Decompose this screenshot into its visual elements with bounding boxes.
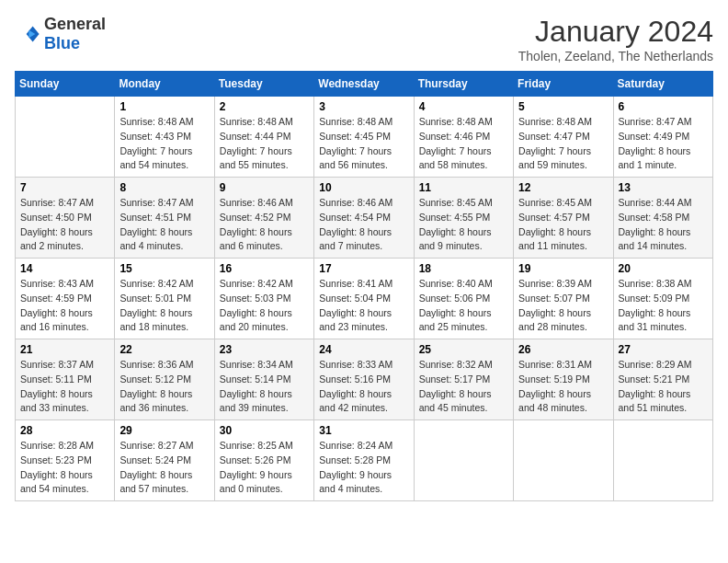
logo-blue: Blue [44,34,106,53]
calendar-week-row: 28Sunrise: 8:28 AMSunset: 5:23 PMDayligh… [16,420,713,501]
day-info: Sunrise: 8:42 AMSunset: 5:03 PMDaylight:… [220,277,309,335]
header-wednesday: Wednesday [314,72,414,97]
day-info: Sunrise: 8:48 AMSunset: 4:44 PMDaylight:… [220,115,309,173]
day-info: Sunrise: 8:48 AMSunset: 4:47 PMDaylight:… [518,115,608,173]
day-info: Sunrise: 8:45 AMSunset: 4:55 PMDaylight:… [419,196,508,254]
day-number: 26 [518,343,608,356]
day-info: Sunrise: 8:43 AMSunset: 4:59 PMDaylight:… [20,277,109,335]
table-row: 29Sunrise: 8:27 AMSunset: 5:24 PMDayligh… [115,420,214,501]
logo: General Blue [15,15,106,53]
day-number: 17 [319,262,408,275]
table-row: 22Sunrise: 8:36 AMSunset: 5:12 PMDayligh… [115,339,214,420]
day-info: Sunrise: 8:25 AMSunset: 5:26 PMDaylight:… [220,439,309,497]
header-monday: Monday [115,72,214,97]
table-row: 31Sunrise: 8:24 AMSunset: 5:28 PMDayligh… [314,420,414,501]
day-number: 20 [619,262,708,275]
header-thursday: Thursday [414,72,513,97]
table-row: 2Sunrise: 8:48 AMSunset: 4:44 PMDaylight… [214,97,313,178]
day-number: 22 [119,343,209,356]
day-info: Sunrise: 8:36 AMSunset: 5:12 PMDaylight:… [119,358,209,416]
logo-general: General [44,15,106,34]
day-number: 8 [119,181,209,194]
day-number: 10 [319,181,408,194]
table-row: 16Sunrise: 8:42 AMSunset: 5:03 PMDayligh… [214,259,313,339]
day-info: Sunrise: 8:37 AMSunset: 5:11 PMDaylight:… [20,358,109,416]
day-info: Sunrise: 8:34 AMSunset: 5:14 PMDaylight:… [220,358,309,416]
logo-icon [15,21,40,47]
day-info: Sunrise: 8:48 AMSunset: 4:46 PMDaylight:… [419,115,508,173]
table-row: 6Sunrise: 8:47 AMSunset: 4:49 PMDaylight… [613,97,712,178]
header-saturday: Saturday [613,72,712,97]
day-info: Sunrise: 8:28 AMSunset: 5:23 PMDaylight:… [20,439,109,497]
day-info: Sunrise: 8:31 AMSunset: 5:19 PMDaylight:… [518,358,608,416]
table-row: 13Sunrise: 8:44 AMSunset: 4:58 PMDayligh… [613,178,712,259]
day-number: 3 [319,100,408,113]
day-info: Sunrise: 8:46 AMSunset: 4:52 PMDaylight:… [220,196,309,254]
day-info: Sunrise: 8:39 AMSunset: 5:07 PMDaylight:… [518,277,608,335]
day-number: 21 [20,343,109,356]
table-row: 23Sunrise: 8:34 AMSunset: 5:14 PMDayligh… [214,339,313,420]
table-row: 3Sunrise: 8:48 AMSunset: 4:45 PMDaylight… [314,97,414,178]
day-info: Sunrise: 8:46 AMSunset: 4:54 PMDaylight:… [319,196,408,254]
day-number: 15 [119,262,209,275]
table-row: 14Sunrise: 8:43 AMSunset: 4:59 PMDayligh… [16,259,115,339]
calendar-week-row: 21Sunrise: 8:37 AMSunset: 5:11 PMDayligh… [16,339,713,420]
table-row: 19Sunrise: 8:39 AMSunset: 5:07 PMDayligh… [514,259,613,339]
table-row: 28Sunrise: 8:28 AMSunset: 5:23 PMDayligh… [16,420,115,501]
day-info: Sunrise: 8:24 AMSunset: 5:28 PMDaylight:… [319,439,408,497]
table-row [514,420,613,501]
table-row: 15Sunrise: 8:42 AMSunset: 5:01 PMDayligh… [115,259,214,339]
day-info: Sunrise: 8:47 AMSunset: 4:50 PMDaylight:… [20,196,109,254]
table-row: 7Sunrise: 8:47 AMSunset: 4:50 PMDaylight… [16,178,115,259]
day-number: 27 [619,343,708,356]
day-number: 30 [220,424,309,437]
table-row: 12Sunrise: 8:45 AMSunset: 4:57 PMDayligh… [514,178,613,259]
day-number: 23 [220,343,309,356]
day-info: Sunrise: 8:42 AMSunset: 5:01 PMDaylight:… [119,277,209,335]
day-number: 6 [619,100,708,113]
day-number: 7 [20,181,109,194]
table-row: 17Sunrise: 8:41 AMSunset: 5:04 PMDayligh… [314,259,414,339]
weekday-header-row: Sunday Monday Tuesday Wednesday Thursday… [16,72,713,97]
table-row: 21Sunrise: 8:37 AMSunset: 5:11 PMDayligh… [16,339,115,420]
day-info: Sunrise: 8:29 AMSunset: 5:21 PMDaylight:… [619,358,708,416]
month-title: January 2024 [518,15,713,49]
day-info: Sunrise: 8:27 AMSunset: 5:24 PMDaylight:… [119,439,209,497]
day-number: 19 [518,262,608,275]
calendar-table: Sunday Monday Tuesday Wednesday Thursday… [15,71,713,501]
day-info: Sunrise: 8:32 AMSunset: 5:17 PMDaylight:… [419,358,508,416]
day-number: 16 [220,262,309,275]
day-number: 14 [20,262,109,275]
day-info: Sunrise: 8:47 AMSunset: 4:51 PMDaylight:… [119,196,209,254]
day-number: 18 [419,262,508,275]
table-row [414,420,513,501]
day-number: 9 [220,181,309,194]
table-row: 20Sunrise: 8:38 AMSunset: 5:09 PMDayligh… [613,259,712,339]
location-title: Tholen, Zeeland, The Netherlands [518,49,713,63]
day-info: Sunrise: 8:47 AMSunset: 4:49 PMDaylight:… [619,115,708,173]
header-sunday: Sunday [16,72,115,97]
day-number: 24 [319,343,408,356]
header-tuesday: Tuesday [214,72,313,97]
day-info: Sunrise: 8:41 AMSunset: 5:04 PMDaylight:… [319,277,408,335]
day-number: 31 [319,424,408,437]
day-number: 25 [419,343,508,356]
day-info: Sunrise: 8:40 AMSunset: 5:06 PMDaylight:… [419,277,508,335]
calendar-week-row: 14Sunrise: 8:43 AMSunset: 4:59 PMDayligh… [16,259,713,339]
table-row: 9Sunrise: 8:46 AMSunset: 4:52 PMDaylight… [214,178,313,259]
day-number: 11 [419,181,508,194]
table-row [613,420,712,501]
day-info: Sunrise: 8:33 AMSunset: 5:16 PMDaylight:… [319,358,408,416]
table-row [16,97,115,178]
table-row: 8Sunrise: 8:47 AMSunset: 4:51 PMDaylight… [115,178,214,259]
day-number: 4 [419,100,508,113]
table-row: 24Sunrise: 8:33 AMSunset: 5:16 PMDayligh… [314,339,414,420]
day-info: Sunrise: 8:48 AMSunset: 4:45 PMDaylight:… [319,115,408,173]
day-info: Sunrise: 8:44 AMSunset: 4:58 PMDaylight:… [619,196,708,254]
table-row: 1Sunrise: 8:48 AMSunset: 4:43 PMDaylight… [115,97,214,178]
table-row: 5Sunrise: 8:48 AMSunset: 4:47 PMDaylight… [514,97,613,178]
table-row: 30Sunrise: 8:25 AMSunset: 5:26 PMDayligh… [214,420,313,501]
table-row: 11Sunrise: 8:45 AMSunset: 4:55 PMDayligh… [414,178,513,259]
day-info: Sunrise: 8:38 AMSunset: 5:09 PMDaylight:… [619,277,708,335]
day-number: 29 [119,424,209,437]
